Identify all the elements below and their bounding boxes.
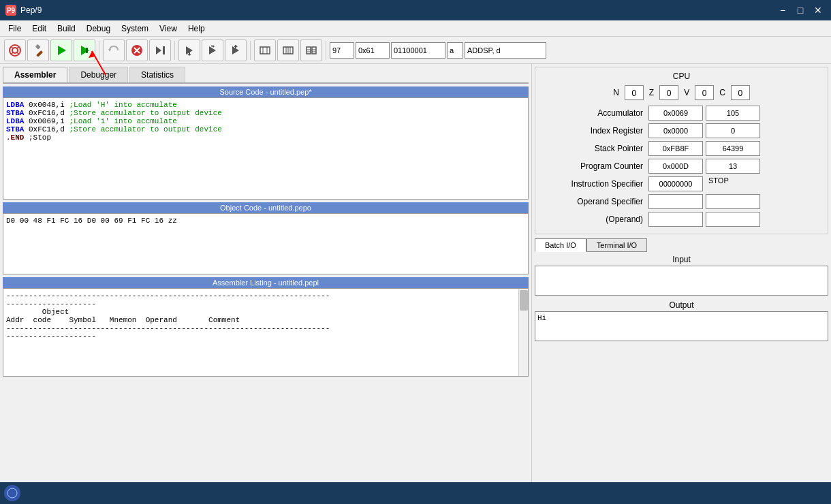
source-line-2: STBA 0xFC16,d ;Store accmulator to outpu… bbox=[6, 109, 525, 117]
cpu-section: CPU N 0 Z 0 V 0 C 0 Accumulator Index Re… bbox=[535, 67, 828, 234]
program-counter-hex[interactable] bbox=[648, 159, 703, 174]
output-section: Output Hi bbox=[535, 300, 828, 343]
memory-dump-button[interactable] bbox=[277, 40, 299, 61]
source-line-4: STBA 0xFC16,d ;Store accmulator to outpu… bbox=[6, 125, 525, 133]
operand-dec[interactable] bbox=[706, 212, 760, 227]
listing-scrollbar[interactable] bbox=[518, 289, 528, 376]
undo-button[interactable] bbox=[103, 40, 125, 61]
title-bar-left: P9 Pep/9 bbox=[5, 5, 42, 16]
maximize-button[interactable]: □ bbox=[793, 3, 808, 18]
input-textarea[interactable] bbox=[535, 266, 828, 296]
c-field[interactable]: 0 bbox=[731, 85, 750, 100]
svg-line-5 bbox=[17, 52, 19, 54]
toolbar-separator-3 bbox=[250, 41, 251, 60]
listing-title: Assembler Listing - untitled.pepl bbox=[3, 277, 529, 288]
program-counter-row: Program Counter bbox=[539, 159, 824, 174]
menu-edit[interactable]: Edit bbox=[27, 22, 52, 35]
help-toolbar-button[interactable] bbox=[4, 40, 26, 61]
n-label: N bbox=[613, 88, 619, 97]
svg-marker-19 bbox=[187, 54, 191, 56]
menu-bar: File Edit Build Debug System View Help bbox=[0, 20, 831, 37]
nzvc-row: N 0 Z 0 V 0 C 0 bbox=[539, 85, 824, 100]
c-label: C bbox=[719, 88, 725, 97]
menu-file[interactable]: File bbox=[3, 22, 27, 35]
menu-system[interactable]: System bbox=[116, 22, 154, 35]
operand-hex[interactable] bbox=[648, 212, 703, 227]
cpu-title: CPU bbox=[539, 72, 824, 81]
svg-rect-7 bbox=[35, 44, 41, 50]
program-counter-dec[interactable] bbox=[706, 159, 760, 174]
svg-rect-32 bbox=[307, 47, 311, 54]
svg-rect-10 bbox=[86, 48, 88, 53]
main-content: Assembler Debugger Statistics Source Cod… bbox=[0, 64, 831, 482]
object-code-panel: Object Code - untitled.pepo D0 00 48 F1 … bbox=[3, 202, 529, 274]
accumulator-hex[interactable] bbox=[648, 106, 703, 121]
menu-view[interactable]: View bbox=[154, 22, 183, 35]
menu-debug[interactable]: Debug bbox=[81, 22, 116, 35]
step-button[interactable] bbox=[149, 40, 171, 61]
tab-statistics[interactable]: Statistics bbox=[129, 67, 185, 82]
toolbar-mnemonic-field[interactable] bbox=[465, 42, 546, 59]
tab-assembler[interactable]: Assembler bbox=[3, 67, 67, 82]
svg-marker-9 bbox=[81, 46, 89, 55]
source-code-content[interactable]: LDBA 0x0048,i ;Load 'H' into accmulate S… bbox=[3, 97, 529, 200]
listing-text: ----------------------------------------… bbox=[6, 292, 525, 341]
source-line-3: LDBA 0x0069,i ;Load 'i' into accmulate bbox=[6, 117, 525, 125]
svg-marker-24 bbox=[234, 45, 238, 47]
operand-row: (Operand) bbox=[539, 212, 824, 227]
svg-line-3 bbox=[17, 46, 19, 48]
run-button[interactable] bbox=[50, 40, 72, 61]
toolbar-hex-field[interactable] bbox=[356, 42, 390, 59]
object-code-content[interactable]: D0 00 48 F1 FC 16 D0 00 69 F1 FC 16 zz bbox=[3, 213, 529, 274]
title-text: Pep/9 bbox=[20, 5, 42, 15]
menu-help[interactable]: Help bbox=[183, 22, 210, 35]
source-code-panel: Source Code - untitled.pep* LDBA 0x0048,… bbox=[3, 86, 529, 200]
source-code-title: Source Code - untitled.pep* bbox=[3, 86, 529, 97]
stack-pointer-hex[interactable] bbox=[648, 141, 703, 156]
right-panel: CPU N 0 Z 0 V 0 C 0 Accumulator Index Re… bbox=[531, 64, 831, 482]
output-textarea[interactable]: Hi bbox=[535, 311, 828, 341]
source-line-5: .END ;Stop bbox=[6, 133, 525, 142]
minimize-button[interactable]: − bbox=[775, 3, 790, 18]
memory-view-button[interactable] bbox=[254, 40, 276, 61]
operand-specifier-dec[interactable] bbox=[706, 194, 760, 209]
index-register-label: Index Register bbox=[539, 126, 648, 136]
io-tab-terminal[interactable]: Terminal I/O bbox=[586, 238, 647, 252]
index-register-hex[interactable] bbox=[648, 123, 703, 138]
z-field[interactable]: 0 bbox=[659, 85, 678, 100]
n-field[interactable]: 0 bbox=[625, 85, 644, 100]
z-label: Z bbox=[649, 88, 654, 97]
svg-marker-20 bbox=[209, 46, 216, 54]
svg-point-0 bbox=[10, 45, 20, 56]
toolbar bbox=[0, 37, 831, 64]
accumulator-dec[interactable] bbox=[706, 106, 760, 121]
accumulator-label: Accumulator bbox=[539, 108, 648, 118]
instruction-specifier-val[interactable] bbox=[648, 176, 703, 191]
step-out-button[interactable] bbox=[225, 40, 247, 61]
input-section: Input bbox=[535, 255, 828, 298]
debug-run-button[interactable] bbox=[74, 40, 95, 61]
svg-rect-16 bbox=[163, 46, 165, 54]
operand-specifier-hex[interactable] bbox=[648, 194, 703, 209]
index-register-dec[interactable] bbox=[706, 123, 760, 138]
build-toolbar-button[interactable] bbox=[27, 40, 49, 61]
object-code-title: Object Code - untitled.pepo bbox=[3, 202, 529, 213]
step-into-button[interactable] bbox=[178, 40, 200, 61]
toolbar-bin-field[interactable] bbox=[391, 42, 445, 59]
v-field[interactable]: 0 bbox=[695, 85, 714, 100]
close-button[interactable]: ✕ bbox=[811, 3, 826, 18]
stack-pointer-dec[interactable] bbox=[706, 141, 760, 156]
listing-panel: Assembler Listing - untitled.pepl ------… bbox=[3, 277, 529, 477]
step-over-button[interactable] bbox=[202, 40, 223, 61]
status-bar bbox=[0, 482, 831, 504]
listing-content[interactable]: ----------------------------------------… bbox=[3, 288, 529, 377]
stop-button[interactable] bbox=[126, 40, 148, 61]
svg-rect-33 bbox=[312, 47, 316, 54]
menu-build[interactable]: Build bbox=[52, 22, 81, 35]
io-tab-batch[interactable]: Batch I/O bbox=[535, 238, 586, 252]
toolbar-char-field[interactable] bbox=[447, 42, 463, 59]
stack-view-button[interactable] bbox=[300, 40, 322, 61]
tab-debugger[interactable]: Debugger bbox=[69, 67, 128, 82]
toolbar-dec-field[interactable] bbox=[330, 42, 354, 59]
accumulator-row: Accumulator bbox=[539, 106, 824, 121]
